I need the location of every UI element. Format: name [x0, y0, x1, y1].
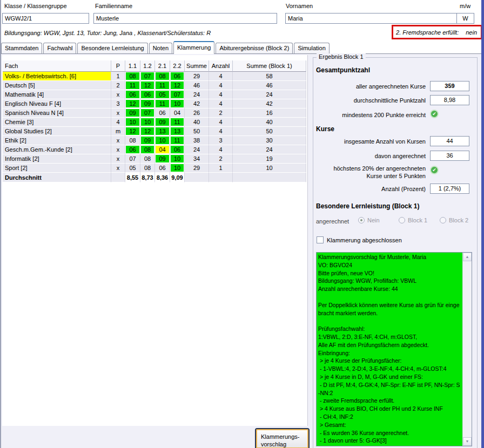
subject-name-cell[interactable]: Volks- / Betriebswirtsch. [6] — [3, 72, 111, 81]
grade-cell[interactable]: 12 — [140, 127, 155, 136]
subject-name-cell[interactable]: Sport [2] — [3, 164, 111, 173]
grade-cell[interactable]: 04 — [155, 145, 170, 154]
grade-cell[interactable]: 09 — [140, 99, 155, 108]
grade-cell[interactable]: 10 — [140, 118, 155, 127]
radio-block1[interactable]: Block 1 — [399, 217, 427, 223]
suggestion-text[interactable]: Klammerungsvorschlag für Musterle, Maria… — [317, 253, 462, 446]
grade-cell[interactable]: 09 — [140, 136, 155, 145]
subject-name-cell[interactable]: Englisch Niveau F [4] — [3, 99, 111, 108]
column-header-summe-block-1-: Summe (Block 1) — [233, 60, 306, 72]
grade-cell[interactable]: 05 — [155, 90, 170, 99]
grade-cell[interactable]: 08 — [140, 145, 155, 154]
block1-summe-cell: 40 — [233, 118, 306, 127]
grade-cell[interactable]: 09 — [155, 154, 170, 164]
grade-cell[interactable]: 06 — [125, 145, 140, 154]
empty-cell — [185, 173, 209, 182]
grade-cell[interactable]: 07 — [125, 154, 140, 164]
tab-abiturergebnisse-block-2[interactable]: Abiturergebnisse (Block 2) — [216, 43, 293, 53]
klasse-label: Klasse / Klassengruppe — [4, 3, 67, 9]
anzahl-cell: 2 — [209, 108, 233, 118]
grade-cell[interactable]: 06 — [140, 90, 155, 99]
fremdsprache-alert-box: 2. Fremdsprache erfüllt: nein — [392, 25, 482, 39]
grade-cell[interactable]: 09 — [125, 108, 140, 118]
tab-klammerung[interactable]: Klammerung — [173, 41, 214, 54]
grade-cell[interactable]: 05 — [125, 164, 140, 173]
scroll-up-icon[interactable]: ▲ — [463, 253, 472, 261]
subject-name-cell[interactable]: Spanisch Niveau N [4] — [3, 108, 111, 118]
grade-cell[interactable]: 11 — [170, 136, 185, 145]
tab-bar: StammdatenFachwahlBesondere Lernleistung… — [1, 41, 330, 53]
subject-name-cell[interactable]: Mathematik [4] — [3, 90, 111, 99]
exam-position-cell: x — [111, 154, 125, 164]
vornamen-input[interactable] — [285, 13, 467, 24]
grade-cell[interactable]: 10 — [170, 154, 185, 164]
klammerungsvorschlag-button[interactable]: Klammerungs- vorschlag — [255, 428, 310, 448]
subject-name-cell[interactable]: Gesch.m.Gem.-Kunde [2] — [3, 145, 111, 154]
grade-cell[interactable]: 11 — [155, 81, 170, 90]
grade-cell[interactable]: 07 — [140, 108, 155, 118]
tab-stammdaten[interactable]: Stammdaten — [1, 43, 42, 53]
grade-cell[interactable]: 13 — [170, 127, 185, 136]
column-header-2.1: 2.1 — [155, 60, 170, 72]
subject-name-cell[interactable]: Global Studies [2] — [3, 127, 111, 136]
grade-cell[interactable]: 10 — [170, 99, 185, 108]
grade-cell[interactable]: 08 — [155, 72, 170, 81]
radio-block2[interactable]: Block 2 — [440, 217, 468, 223]
grade-cell[interactable]: 06 — [170, 72, 185, 81]
radio-block1-circle[interactable] — [399, 217, 405, 223]
grade-cell[interactable]: 08 — [140, 154, 155, 164]
grade-cell[interactable]: 08 — [140, 164, 155, 173]
tab-besondere-lernleistung[interactable]: Besondere Lernleistung — [77, 43, 147, 53]
vornamen-label: Vornamen — [286, 3, 313, 9]
grade-cell[interactable]: 06 — [170, 145, 185, 154]
tab-fachwahl[interactable]: Fachwahl — [43, 43, 76, 53]
subject-name-cell[interactable]: Informatik [2] — [3, 154, 111, 164]
grade-cell[interactable]: 07 — [140, 72, 155, 81]
radio-block1-label: Block 1 — [408, 217, 427, 223]
familienname-input[interactable] — [93, 13, 277, 24]
klammerung-abgeschlossen-checkbox[interactable] — [317, 236, 324, 243]
klammerung-window: Klasse / Klassengruppe Familienname Vorn… — [0, 0, 484, 448]
grade-cell[interactable]: 08 — [125, 136, 140, 145]
grade-cell[interactable]: 12 — [125, 127, 140, 136]
subject-name-cell[interactable]: Deutsch [5] — [3, 81, 111, 90]
bildungsgang-info: Bildungsgang: WGW, Jgst. 13, Tutor: Jung… — [4, 30, 211, 36]
grade-cell[interactable]: 13 — [155, 127, 170, 136]
radio-block2-circle[interactable] — [440, 217, 446, 223]
mw-input[interactable] — [456, 13, 474, 24]
summe-cell: 34 — [185, 154, 209, 164]
block1-summe-cell: 10 — [233, 164, 306, 173]
grade-cell[interactable]: 10 — [170, 164, 185, 173]
radio-nein-circle[interactable] — [358, 217, 365, 223]
grade-cell[interactable]: 12 — [140, 81, 155, 90]
grade-cell[interactable]: 06 — [155, 164, 170, 173]
exam-position-cell: 4 — [111, 118, 125, 127]
grade-cell[interactable]: 12 — [170, 81, 185, 90]
subject-name-cell[interactable]: Ethik [2] — [3, 136, 111, 145]
grade-cell[interactable]: 11 — [170, 118, 185, 127]
grade-cell[interactable]: 06 — [125, 90, 140, 99]
grade-cell[interactable]: 06 — [155, 108, 170, 118]
grade-cell[interactable]: 10 — [125, 118, 140, 127]
grade-cell[interactable]: 11 — [125, 81, 140, 90]
tab-noten[interactable]: Noten — [149, 43, 172, 53]
grade-cell[interactable]: 08 — [125, 72, 140, 81]
subject-name-cell[interactable]: Chemie [3] — [3, 118, 111, 127]
bll-heading: Besondere Lernleistung (Block 1) — [316, 202, 419, 210]
angerechnete-kurse-label: aller angerechneten Kurse — [313, 83, 426, 90]
scroll-down-icon[interactable]: ▼ — [463, 437, 472, 446]
block1-summe-cell: 24 — [233, 145, 306, 154]
grade-cell[interactable]: 10 — [155, 136, 170, 145]
block1-summe-cell: 58 — [233, 72, 306, 81]
grade-cell[interactable]: 12 — [125, 99, 140, 108]
klasse-input[interactable] — [2, 13, 89, 24]
grade-cell[interactable]: 04 — [170, 108, 185, 118]
grade-cell[interactable]: 07 — [170, 90, 185, 99]
suggestion-scrollbar[interactable]: ▲ ▼ — [462, 253, 472, 446]
subject-row: Global Studies [2]m1212131350450 — [3, 127, 306, 136]
grade-cell[interactable]: 11 — [155, 99, 170, 108]
tab-simulation[interactable]: Simulation — [294, 43, 329, 53]
grade-cell[interactable]: 09 — [155, 118, 170, 127]
exam-position-cell: x — [111, 90, 125, 99]
radio-nein[interactable]: Nein — [358, 217, 380, 223]
